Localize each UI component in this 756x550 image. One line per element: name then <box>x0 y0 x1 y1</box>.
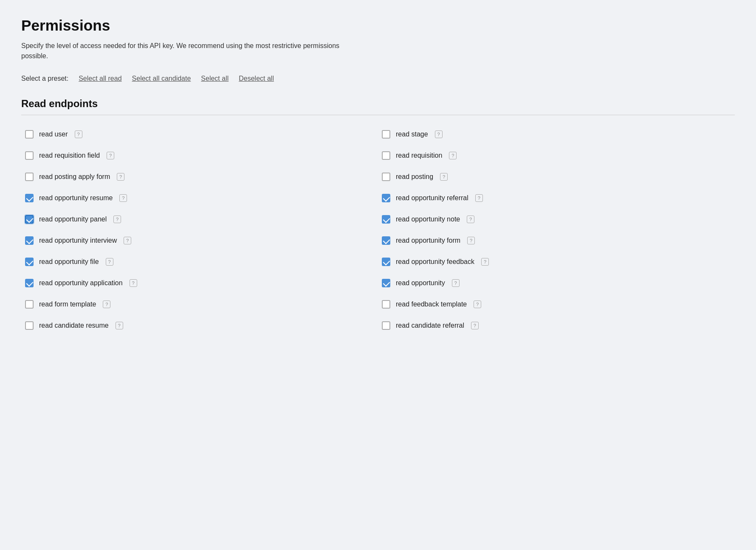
checkbox-read-candidate-resume[interactable] <box>25 321 34 330</box>
permission-label-read-opportunity-resume: read opportunity resume <box>39 194 113 202</box>
checkbox-read-opportunity-file[interactable] <box>25 258 34 266</box>
help-badge-read-posting[interactable]: ? <box>440 173 448 181</box>
permission-label-read-posting: read posting <box>396 173 433 181</box>
checkbox-read-posting-apply-form[interactable] <box>25 173 34 181</box>
page-description: Specify the level of access needed for t… <box>21 41 344 61</box>
section-divider <box>21 115 735 115</box>
checkbox-read-opportunity-referral[interactable] <box>382 194 390 202</box>
permission-item-read-posting: read posting? <box>378 166 735 187</box>
permission-item-read-opportunity-form: read opportunity form? <box>378 230 735 251</box>
checkbox-read-opportunity-panel[interactable] <box>25 215 34 224</box>
permission-item-read-form-template: read form template? <box>21 294 378 315</box>
preset-row: Select a preset: Select all read Select … <box>21 75 735 82</box>
checkbox-read-opportunity-application[interactable] <box>25 279 34 287</box>
help-badge-read-opportunity-application[interactable]: ? <box>130 279 137 287</box>
help-badge-read-candidate-referral[interactable]: ? <box>471 322 479 329</box>
checkbox-read-requisition[interactable] <box>382 151 390 160</box>
permission-item-read-opportunity-interview: read opportunity interview? <box>21 230 378 251</box>
permission-label-read-opportunity-referral: read opportunity referral <box>396 194 468 202</box>
checkbox-read-stage[interactable] <box>382 130 390 139</box>
checkbox-wrapper-read-opportunity <box>381 278 391 288</box>
select-all-button[interactable]: Select all <box>201 75 228 82</box>
help-badge-read-opportunity-file[interactable]: ? <box>106 258 113 266</box>
permission-label-read-opportunity-form: read opportunity form <box>396 237 460 244</box>
checkbox-wrapper-read-candidate-resume <box>25 321 34 330</box>
permission-item-read-feedback-template: read feedback template? <box>378 294 735 315</box>
permission-item-read-requisition: read requisition? <box>378 145 735 166</box>
help-badge-read-candidate-resume[interactable]: ? <box>116 322 123 329</box>
permission-label-read-user: read user <box>39 130 68 138</box>
checkbox-wrapper-read-posting <box>381 172 391 181</box>
permission-label-read-opportunity-note: read opportunity note <box>396 215 460 223</box>
permission-item-read-candidate-resume: read candidate resume? <box>21 315 378 336</box>
help-badge-read-opportunity-resume[interactable]: ? <box>119 194 127 202</box>
permission-label-read-candidate-referral: read candidate referral <box>396 322 464 329</box>
checkbox-read-candidate-referral[interactable] <box>382 321 390 330</box>
permission-item-read-opportunity-note: read opportunity note? <box>378 209 735 230</box>
permission-item-read-opportunity-referral: read opportunity referral? <box>378 187 735 209</box>
checkbox-read-opportunity[interactable] <box>382 279 390 287</box>
checkbox-read-posting[interactable] <box>382 173 390 181</box>
checkbox-wrapper-read-feedback-template <box>381 300 391 309</box>
permission-label-read-requisition: read requisition <box>396 152 442 159</box>
checkbox-wrapper-read-opportunity-note <box>381 215 391 224</box>
help-badge-read-opportunity-referral[interactable]: ? <box>475 194 483 202</box>
permission-label-read-posting-apply-form: read posting apply form <box>39 173 110 181</box>
permission-item-read-opportunity: read opportunity? <box>378 272 735 294</box>
page-title: Permissions <box>21 17 735 34</box>
permission-label-read-stage: read stage <box>396 130 428 138</box>
permissions-grid: read user?read stage?read requisition fi… <box>21 124 735 336</box>
help-badge-read-opportunity-form[interactable]: ? <box>467 237 475 244</box>
help-badge-read-form-template[interactable]: ? <box>103 301 110 308</box>
checkbox-wrapper-read-requisition <box>381 151 391 160</box>
checkbox-wrapper-read-form-template <box>25 300 34 309</box>
permission-label-read-feedback-template: read feedback template <box>396 301 467 308</box>
checkbox-wrapper-read-opportunity-panel <box>25 215 34 224</box>
select-all-read-button[interactable]: Select all read <box>79 75 121 82</box>
help-badge-read-opportunity-panel[interactable]: ? <box>113 215 121 223</box>
permission-item-read-posting-apply-form: read posting apply form? <box>21 166 378 187</box>
checkbox-read-opportunity-feedback[interactable] <box>382 258 390 266</box>
checkbox-wrapper-read-requisition-field <box>25 151 34 160</box>
permission-item-read-candidate-referral: read candidate referral? <box>378 315 735 336</box>
permission-label-read-opportunity-file: read opportunity file <box>39 258 99 266</box>
permission-item-read-stage: read stage? <box>378 124 735 145</box>
permission-label-read-form-template: read form template <box>39 301 96 308</box>
checkbox-wrapper-read-opportunity-feedback <box>381 257 391 266</box>
checkbox-wrapper-read-opportunity-form <box>381 236 391 245</box>
checkbox-wrapper-read-posting-apply-form <box>25 172 34 181</box>
help-badge-read-feedback-template[interactable]: ? <box>474 301 481 308</box>
checkbox-wrapper-read-opportunity-application <box>25 278 34 288</box>
help-badge-read-requisition[interactable]: ? <box>449 152 457 159</box>
deselect-all-button[interactable]: Deselect all <box>239 75 274 82</box>
help-badge-read-opportunity-feedback[interactable]: ? <box>481 258 489 266</box>
checkbox-read-opportunity-resume[interactable] <box>25 194 34 202</box>
checkbox-read-opportunity-note[interactable] <box>382 215 390 224</box>
preset-label: Select a preset: <box>21 75 68 82</box>
permission-label-read-candidate-resume: read candidate resume <box>39 322 109 329</box>
help-badge-read-opportunity-note[interactable]: ? <box>467 215 474 223</box>
checkbox-read-feedback-template[interactable] <box>382 300 390 309</box>
checkbox-wrapper-read-user <box>25 130 34 139</box>
help-badge-read-posting-apply-form[interactable]: ? <box>117 173 124 181</box>
section-title-read-endpoints: Read endpoints <box>21 98 735 110</box>
permission-item-read-requisition-field: read requisition field? <box>21 145 378 166</box>
permission-item-read-opportunity-application: read opportunity application? <box>21 272 378 294</box>
permission-label-read-opportunity: read opportunity <box>396 279 445 287</box>
help-badge-read-user[interactable]: ? <box>75 130 82 138</box>
checkbox-read-opportunity-form[interactable] <box>382 236 390 245</box>
help-badge-read-stage[interactable]: ? <box>435 130 443 138</box>
permission-label-read-opportunity-interview: read opportunity interview <box>39 237 117 244</box>
permission-item-read-user: read user? <box>21 124 378 145</box>
read-endpoints-section: Read endpoints read user?read stage?read… <box>21 98 735 336</box>
checkbox-wrapper-read-opportunity-interview <box>25 236 34 245</box>
help-badge-read-requisition-field[interactable]: ? <box>107 152 114 159</box>
help-badge-read-opportunity[interactable]: ? <box>452 279 460 287</box>
help-badge-read-opportunity-interview[interactable]: ? <box>124 237 131 244</box>
checkbox-wrapper-read-opportunity-file <box>25 257 34 266</box>
checkbox-read-user[interactable] <box>25 130 34 139</box>
checkbox-read-form-template[interactable] <box>25 300 34 309</box>
checkbox-read-opportunity-interview[interactable] <box>25 236 34 245</box>
select-all-candidate-button[interactable]: Select all candidate <box>132 75 191 82</box>
checkbox-read-requisition-field[interactable] <box>25 151 34 160</box>
